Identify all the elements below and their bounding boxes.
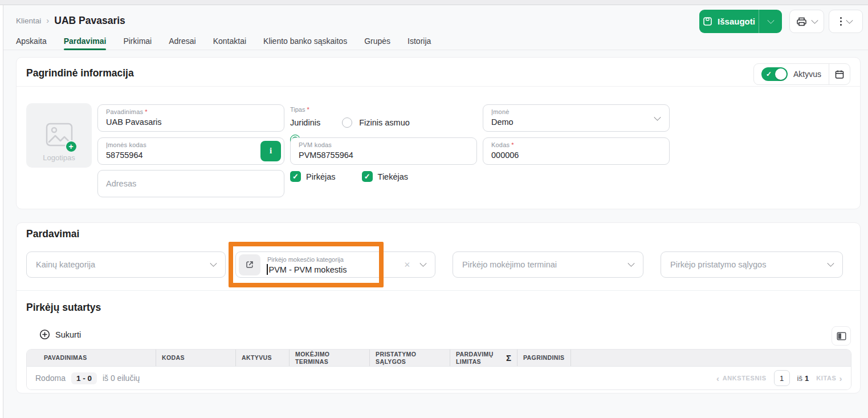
logo-upload[interactable]: + Logotipas [26, 103, 92, 168]
card-divider [17, 290, 860, 291]
role-checkboxes: ✓ Pirkėjas ✓ Tiekėjas [290, 171, 408, 182]
checkbox-checked-icon[interactable]: ✓ [362, 171, 373, 182]
company-info-button[interactable]: i [260, 141, 281, 161]
chevron-down-icon [846, 17, 853, 24]
open-record-button[interactable] [239, 254, 260, 275]
column-header-kodas[interactable]: KODAS [156, 350, 236, 366]
save-button-label: Išsaugoti [718, 17, 755, 26]
image-placeholder-icon: + [46, 123, 73, 149]
kainu-kategorija-select[interactable]: Kainų kategorija [26, 251, 226, 278]
save-icon [703, 17, 712, 26]
clear-icon[interactable]: ✕ [404, 260, 410, 269]
left-gutter [0, 5, 3, 418]
tab-apskaita[interactable]: Apskaita [16, 32, 47, 50]
pvm-kodas-field[interactable]: PVM kodas PVM58755964 [290, 137, 477, 165]
imone-select[interactable]: Įmonė Demo [483, 104, 670, 132]
breadcrumb-parent-link[interactable]: Klientai [16, 17, 41, 25]
required-mark: * [307, 106, 309, 113]
checkbox-pirkejas[interactable]: ✓ Pirkėjas [290, 171, 336, 182]
select-value: PVM - PVM mokestis [269, 265, 347, 274]
column-header-pardavimu-limitas[interactable]: PARDAVIMŲ LIMITAS Σ [450, 350, 517, 366]
tipas-group: Tipas* Juridinis Fizinis asmuo [290, 106, 410, 128]
save-button[interactable]: Išsaugoti [699, 10, 782, 33]
imones-kodas-field[interactable]: Įmonės kodas 58755964 i [97, 137, 284, 165]
logo-label: Logotipas [26, 153, 92, 162]
chevron-left-icon: ‹ [716, 374, 720, 383]
toggle-knob [775, 68, 787, 80]
kebab-menu-icon [840, 17, 842, 25]
checkbox-tiekejas[interactable]: ✓ Tiekėjas [362, 171, 408, 182]
tab-kliento-banko-saskaitos[interactable]: Kliento banko sąskaitos [263, 32, 347, 50]
column-header-aktyvus[interactable]: AKTYVUS [236, 350, 290, 366]
kodas-field[interactable]: Kodas* 000006 [483, 137, 670, 165]
save-button-main[interactable]: Išsaugoti [699, 17, 759, 26]
check-icon: ✓ [766, 70, 772, 78]
checkbox-checked-icon[interactable]: ✓ [290, 171, 301, 182]
column-settings-button[interactable] [832, 326, 851, 346]
field-label: Tipas [290, 106, 305, 113]
active-toggle[interactable]: ✓ [761, 67, 788, 81]
contracts-table: PAVADINIMAS KODAS AKTYVUS MOKĖJIMO TERMI… [26, 349, 851, 390]
imones-kodas-value: 58755964 [106, 151, 276, 160]
plus-circle-icon [39, 329, 50, 340]
pirkejo-mokejimo-terminai-select[interactable]: Pirkėjo mokėjimo terminai [453, 251, 643, 278]
total-rows-label: iš 0 eilučių [103, 374, 140, 383]
required-mark: * [145, 108, 147, 115]
tab-adresai[interactable]: Adresai [169, 32, 195, 50]
pavadinimas-field[interactable]: Pavadinimas* UAB Pavasaris [97, 104, 284, 132]
radio-option-juridinis[interactable]: Juridinis [290, 117, 320, 128]
tab-pardavimai[interactable]: Pardavimai [64, 32, 107, 50]
pavadinimas-value: UAB Pavasaris [106, 117, 276, 127]
chevron-down-icon [210, 259, 217, 267]
required-mark: * [511, 141, 514, 148]
pirkejo-pristatymo-salygos-select[interactable]: Pirkėjo pristatymo sąlygos [661, 251, 843, 278]
active-toggle-label: Aktyvus [793, 70, 821, 79]
pvm-kodas-value: PVM58755964 [299, 151, 468, 160]
column-header-pavadinimas[interactable]: PAVADINIMAS [27, 350, 156, 366]
adresas-field[interactable]: Adresas [97, 170, 284, 197]
save-options-button[interactable] [759, 20, 782, 23]
more-actions-button[interactable] [829, 10, 863, 33]
columns-icon [837, 332, 846, 340]
print-button[interactable] [789, 10, 824, 33]
select-placeholder: Kainų kategorija [36, 260, 95, 269]
imone-value: Demo [491, 117, 661, 127]
check-icon: ✓ [292, 172, 299, 181]
field-label: Pavadinimas [106, 108, 143, 115]
breadcrumb-separator-icon: › [46, 15, 49, 25]
pirkejo-mokescio-kategorija-select[interactable]: Pirkėjo mokesčio kategorija PVM - PVM mo… [235, 251, 435, 278]
of-label: iš [797, 374, 802, 383]
previous-page-button[interactable]: ‹ ANKSTESNIS [716, 374, 767, 383]
column-header-spacer [571, 350, 851, 366]
current-page-input[interactable]: 1 [774, 370, 790, 386]
window-top-strip [0, 0, 868, 5]
column-header-pristatymo-salygos[interactable]: PRISTATYMO SĄLYGOS [370, 350, 450, 366]
column-header-mokejimo-terminas[interactable]: MOKĖJIMO TERMINAS [290, 350, 370, 366]
page-title: UAB Pavasaris [54, 15, 125, 27]
column-header-pagrindinis[interactable]: PAGRINDINIS [517, 350, 571, 366]
field-placeholder: Adresas [106, 179, 136, 188]
tab-istorija[interactable]: Istorija [407, 32, 431, 50]
select-placeholder: Pirkėjo pristatymo sąlygos [670, 260, 766, 269]
external-link-icon [245, 260, 254, 269]
radio-option-fizinis-asmuo[interactable]: Fizinis asmuo [342, 117, 410, 128]
sum-icon: Σ [506, 353, 511, 363]
chevron-down-icon [419, 259, 427, 267]
select-label: Pirkėjo mokesčio kategorija [267, 256, 344, 263]
tab-grupes[interactable]: Grupės [364, 32, 390, 50]
validity-calendar-button[interactable] [829, 64, 850, 84]
chevron-down-icon [811, 17, 818, 24]
tab-pirkimai[interactable]: Pirkimai [123, 32, 152, 50]
field-label: Įmonės kodas [106, 141, 276, 148]
sales-title: Pardavimai [26, 228, 79, 240]
radio-unselected-icon[interactable] [342, 117, 352, 128]
chevron-down-icon [827, 259, 834, 267]
table-footer: Rodoma 1 - 0 iš 0 eilučių ‹ ANKSTESNIS 1… [27, 367, 851, 389]
create-contract-button[interactable]: Sukurti [39, 329, 81, 340]
breadcrumb: Klientai › UAB Pavasaris [16, 15, 125, 27]
showing-label: Rodoma [35, 374, 66, 383]
tab-kontaktai[interactable]: Kontaktai [213, 32, 246, 50]
field-label: Įmonė [491, 108, 661, 115]
next-page-button[interactable]: KITAS › [816, 374, 842, 383]
main-info-card: Pagrindinė informacija ✓ Aktyvus + [16, 57, 861, 209]
